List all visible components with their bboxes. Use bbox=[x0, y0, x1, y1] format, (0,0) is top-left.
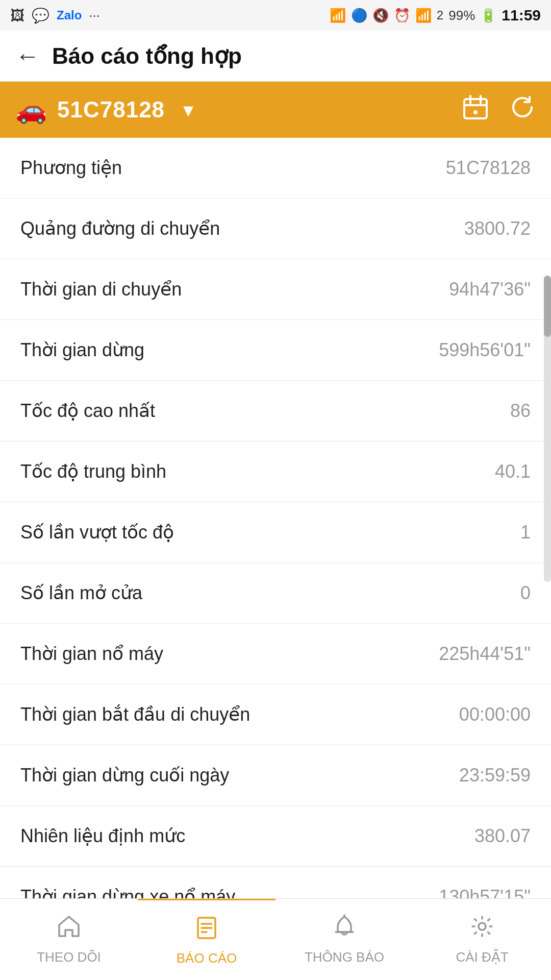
svg-point-4 bbox=[473, 110, 478, 114]
svg-rect-0 bbox=[464, 99, 487, 118]
row-label: Số lần vượt tốc độ bbox=[20, 522, 174, 543]
row-value: 86 bbox=[510, 400, 531, 422]
table-row: Thời gian dừng 599h56'01" bbox=[0, 320, 551, 381]
message-icon: 💬 bbox=[32, 7, 49, 24]
chevron-down-icon: ▾ bbox=[183, 98, 193, 121]
svg-point-11 bbox=[479, 923, 486, 930]
row-value: 40.1 bbox=[495, 461, 531, 482]
back-button[interactable]: ← bbox=[15, 42, 40, 70]
row-value: 380.07 bbox=[474, 825, 531, 847]
header: ← Báo cáo tổng hợp bbox=[0, 31, 551, 82]
status-time: 11:59 bbox=[502, 7, 541, 24]
signal-icon: 2 bbox=[437, 8, 443, 22]
row-value: 00:00:00 bbox=[459, 704, 531, 725]
table-row: Phương tiện 51C78128 bbox=[0, 138, 551, 199]
row-value: 0 bbox=[520, 582, 531, 604]
status-left-icons: 🖼 💬 Zalo ··· bbox=[10, 7, 100, 24]
table-row: Tốc độ cao nhất 86 bbox=[0, 381, 551, 442]
row-value: 94h47'36" bbox=[449, 279, 531, 300]
image-icon: 🖼 bbox=[10, 7, 24, 24]
alarm-icon: ⏰ bbox=[394, 8, 410, 23]
row-label: Quảng đường di chuyển bbox=[20, 218, 220, 239]
row-label: Thời gian dừng bbox=[20, 339, 144, 361]
page-title: Báo cáo tổng hợp bbox=[52, 43, 242, 69]
home-icon bbox=[56, 914, 82, 945]
row-value: 225h44'51" bbox=[439, 643, 531, 665]
row-label: Tốc độ trung bình bbox=[20, 461, 166, 482]
row-label: Thời gian dừng cuối ngày bbox=[20, 765, 229, 786]
row-label: Số lần mở cửa bbox=[20, 582, 142, 604]
row-label: Tốc độ cao nhất bbox=[20, 400, 155, 422]
bottom-nav: THEO DÕI BÁO CÁO THÔNG BÁO bbox=[0, 898, 551, 980]
nav-item-bao-cao[interactable]: BÁO CÁO bbox=[138, 899, 276, 980]
row-label: Phương tiện bbox=[20, 157, 122, 179]
row-label: Thời gian bắt đầu di chuyển bbox=[20, 704, 250, 725]
table-row: Tốc độ trung bình 40.1 bbox=[0, 442, 551, 502]
row-value: 23:59:59 bbox=[459, 765, 531, 786]
calendar-icon[interactable] bbox=[462, 94, 489, 126]
main-content: Phương tiện 51C78128 Quảng đường di chuy… bbox=[0, 138, 551, 898]
table-row: Thời gian nổ máy 225h44'51" bbox=[0, 624, 551, 684]
notification-icon bbox=[332, 914, 357, 945]
row-label: Thời gian nổ máy bbox=[20, 643, 163, 665]
table-row: Thời gian dừng xe nổ máy 130h57'15" bbox=[0, 867, 551, 898]
table-row: Quảng đường di chuyển 3800.72 bbox=[0, 199, 551, 259]
nav-label-thong-bao: THÔNG BÁO bbox=[305, 949, 384, 965]
settings-icon bbox=[469, 914, 495, 945]
row-label: Nhiên liệu định mức bbox=[20, 825, 185, 847]
table-row: Thời gian dừng cuối ngày 23:59:59 bbox=[0, 745, 551, 806]
refresh-icon[interactable] bbox=[509, 94, 536, 126]
vehicle-selector[interactable]: 🚗 51C78128 ▾ bbox=[15, 95, 462, 125]
table-row: Thời gian di chuyển 94h47'36" bbox=[0, 259, 551, 320]
nav-label-theo-doi: THEO DÕI bbox=[37, 949, 101, 965]
row-value: 51C78128 bbox=[446, 157, 531, 179]
status-bar: 🖼 💬 Zalo ··· 📶 🔵 🔇 ⏰ 📶 2 99% 🔋 11:59 bbox=[0, 0, 551, 31]
mute-icon: 🔇 bbox=[372, 8, 389, 23]
data-table: Phương tiện 51C78128 Quảng đường di chuy… bbox=[0, 138, 551, 898]
row-value: 1 bbox=[520, 522, 531, 543]
nav-label-cai-dat: CÀI ĐẶT bbox=[456, 949, 508, 965]
row-label: Thời gian dừng xe nổ máy bbox=[20, 886, 235, 898]
sim-icon: 📶 bbox=[330, 8, 346, 23]
bluetooth-icon: 🔵 bbox=[351, 8, 367, 23]
table-row: Thời gian bắt đầu di chuyển 00:00:00 bbox=[0, 684, 551, 745]
nav-item-cai-dat[interactable]: CÀI ĐẶT bbox=[413, 899, 551, 980]
vehicle-bar: 🚗 51C78128 ▾ bbox=[0, 82, 551, 138]
report-icon bbox=[194, 915, 219, 946]
vehicle-id-label: 51C78128 bbox=[57, 97, 165, 122]
row-value: 130h57'15" bbox=[439, 886, 531, 898]
zalo-icon: Zalo bbox=[57, 8, 82, 22]
table-row: Số lần mở cửa 0 bbox=[0, 563, 551, 624]
table-row: Số lần vượt tốc độ 1 bbox=[0, 502, 551, 563]
row-label: Thời gian di chuyển bbox=[20, 279, 182, 300]
battery-text: 99% bbox=[448, 8, 475, 23]
nav-item-theo-doi[interactable]: THEO DÕI bbox=[0, 899, 138, 980]
battery-icon: 🔋 bbox=[480, 8, 496, 23]
vehicle-actions bbox=[462, 94, 536, 126]
table-row: Nhiên liệu định mức 380.07 bbox=[0, 806, 551, 867]
scrollbar bbox=[544, 276, 551, 582]
nav-label-bao-cao: BÁO CÁO bbox=[177, 950, 237, 966]
row-value: 599h56'01" bbox=[439, 339, 531, 361]
row-value: 3800.72 bbox=[464, 218, 531, 239]
status-right-icons: 📶 🔵 🔇 ⏰ 📶 2 99% 🔋 11:59 bbox=[330, 7, 541, 24]
wifi-icon: 📶 bbox=[415, 8, 432, 23]
nav-item-thong-bao[interactable]: THÔNG BÁO bbox=[276, 899, 413, 980]
scrollbar-thumb bbox=[544, 276, 551, 337]
car-icon: 🚗 bbox=[15, 95, 47, 125]
more-icon: ··· bbox=[89, 8, 100, 23]
